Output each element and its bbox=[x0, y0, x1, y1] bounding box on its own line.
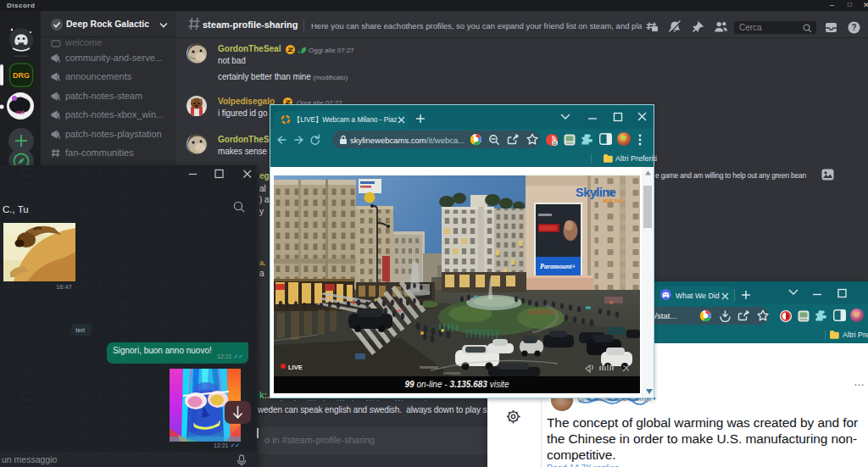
svg-text:rat: rat bbox=[16, 108, 25, 116]
svg-text:DRG: DRG bbox=[13, 71, 30, 80]
svg-text:LIVE: LIVE bbox=[288, 364, 303, 371]
svg-text:WEBCAMS: WEBCAMS bbox=[603, 199, 623, 203]
svg-text:Paramount+: Paramount+ bbox=[540, 263, 576, 270]
svg-text:?: ? bbox=[851, 23, 856, 32]
svg-text:G: G bbox=[553, 141, 557, 146]
svg-text:Skyline: Skyline bbox=[576, 186, 616, 199]
